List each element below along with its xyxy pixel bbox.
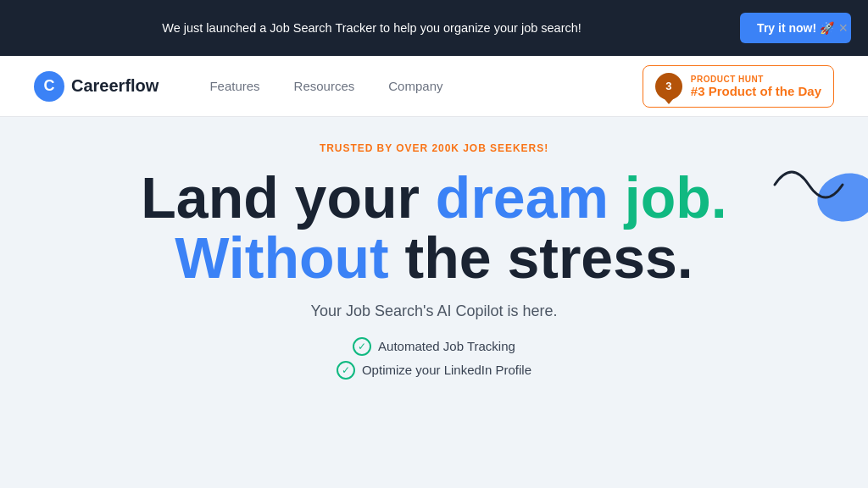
headline-rest: the stress. — [389, 225, 693, 290]
logo-icon: C — [34, 71, 64, 102]
check-icon-1: ✓ — [353, 337, 371, 356]
headline-part1: Land your — [141, 165, 436, 230]
nav-resources[interactable]: Resources — [294, 79, 355, 93]
banner-close-button[interactable]: × — [835, 17, 851, 39]
navbar: C Careerflow Features Resources Company … — [0, 56, 868, 117]
ph-medal-number: 3 — [665, 80, 671, 92]
headline-dream: dream — [436, 165, 625, 230]
headline-job: job. — [625, 165, 727, 230]
feature-label-2: Optimize your LinkedIn Profile — [362, 363, 531, 377]
logo-link[interactable]: C Careerflow — [34, 71, 159, 102]
trusted-label: TRUSTED BY OVER 200K JOB SEEKERS! — [34, 142, 834, 154]
headline-without: Without — [175, 225, 388, 290]
logo-letter: C — [44, 77, 55, 95]
nav-links: Features Resources Company — [209, 79, 642, 93]
try-it-button[interactable]: Try it now! 🚀 — [740, 13, 851, 43]
feature-label-1: Automated Job Tracking — [378, 339, 515, 353]
feature-list: ✓ Automated Job Tracking ✓ Optimize your… — [34, 337, 834, 380]
top-banner: We just launched a Job Search Tracker to… — [0, 0, 868, 56]
trusted-bold: 200K — [431, 142, 459, 154]
nav-features[interactable]: Features — [209, 79, 259, 93]
ph-text-block: PRODUCT HUNT #3 Product of the Day — [691, 75, 821, 98]
ph-rank: #3 Product of the Day — [691, 84, 821, 98]
feature-item-2: ✓ Optimize your LinkedIn Profile — [337, 361, 531, 380]
logo-text: Careerflow — [71, 76, 159, 96]
deco-shape — [766, 142, 868, 230]
ph-label: PRODUCT HUNT — [691, 75, 821, 84]
feature-item-1: ✓ Automated Job Tracking — [353, 337, 515, 356]
ph-medal: 3 — [655, 73, 682, 100]
hero-subtitle: Your Job Search's AI Copilot is here. — [34, 302, 834, 320]
check-icon-2: ✓ — [337, 361, 355, 380]
product-hunt-badge[interactable]: 3 PRODUCT HUNT #3 Product of the Day — [643, 65, 834, 108]
trusted-suffix: JOB SEEKERS! — [459, 142, 548, 154]
nav-company[interactable]: Company — [388, 79, 442, 93]
hero-section: TRUSTED BY OVER 200K JOB SEEKERS! Land y… — [0, 117, 868, 439]
hero-headline: Land your dream job. Without the stress. — [34, 168, 834, 289]
banner-text: We just launched a Job Search Tracker to… — [17, 21, 726, 35]
trusted-prefix: TRUSTED BY OVER — [320, 142, 432, 154]
